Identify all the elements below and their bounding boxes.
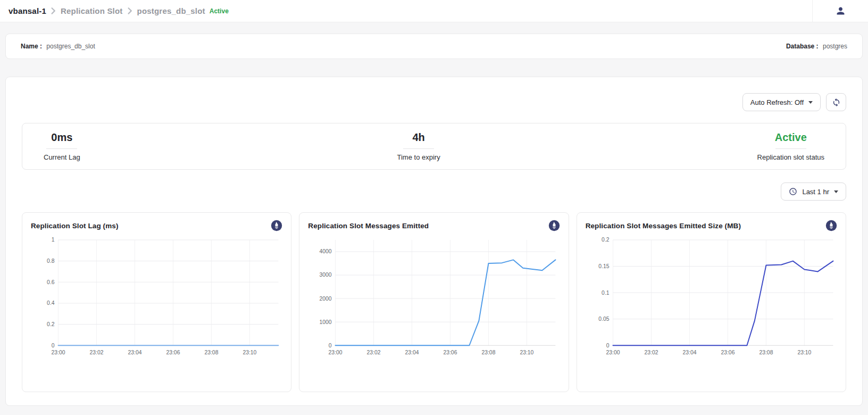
svg-text:23:02: 23:02 [367,350,381,355]
svg-text:0.05: 0.05 [598,316,609,322]
svg-text:0: 0 [606,343,609,348]
svg-text:1000: 1000 [320,319,332,325]
slot-info-card: Name : postgres_db_slot Database : postg… [5,34,863,59]
svg-text:23:08: 23:08 [204,350,218,355]
messages-emitted-size-chart: 23:0023:0223:0423:0623:0823:1000.050.10.… [586,235,837,361]
stat-slot-status: Active Replication slot status [757,131,824,161]
svg-text:23:02: 23:02 [644,350,658,355]
svg-text:0.6: 0.6 [47,279,55,285]
database-label: Database : [786,43,819,50]
refresh-button[interactable] [826,93,846,111]
time-range-label: Last 1 hr [802,188,829,196]
stat-value: 0ms [44,131,80,144]
svg-text:23:06: 23:06 [444,350,457,355]
svg-text:1: 1 [52,237,55,243]
time-range-toolbar: Last 1 hr [22,182,846,201]
slot-database-field: Database : postgres [786,43,847,50]
breadcrumb: vbansal-1 Replication Slot postgres_db_s… [9,6,229,15]
stat-label: Current Lag [44,153,80,161]
svg-text:23:10: 23:10 [243,350,256,355]
stat-current-lag: 0ms Current Lag [44,131,80,161]
person-icon [835,5,846,16]
chart-card-messages-emitted: Replication Slot Messages Emitted 23:002… [299,212,569,392]
chevron-right-icon [51,7,56,14]
refresh-toolbar: Auto Refresh: Off [22,93,846,111]
svg-text:23:10: 23:10 [520,350,534,355]
chevron-right-icon [128,7,132,14]
svg-text:2000: 2000 [320,296,332,302]
stat-label: Time to expiry [397,153,440,161]
chart-title: Replication Slot Messages Emitted Size (… [586,222,741,230]
svg-text:23:04: 23:04 [682,350,696,355]
breadcrumb-universe[interactable]: vbansal-1 [9,6,46,15]
stat-divider [403,148,434,149]
user-menu-button[interactable] [813,5,868,16]
database-value: postgres [823,43,847,50]
caret-down-icon [808,101,813,104]
time-range-dropdown[interactable]: Last 1 hr [781,182,846,201]
svg-text:23:04: 23:04 [405,350,419,355]
svg-text:23:06: 23:06 [721,350,735,355]
svg-text:23:08: 23:08 [759,350,773,355]
name-label: Name : [21,43,42,50]
svg-text:23:00: 23:00 [51,350,65,355]
auto-refresh-dropdown[interactable]: Auto Refresh: Off [742,93,821,111]
stat-divider [46,148,77,149]
svg-text:0.4: 0.4 [47,300,55,306]
name-value: postgres_db_slot [46,43,95,50]
metrics-panel: Auto Refresh: Off 0ms Current Lag 4h Tim… [5,77,863,406]
top-navigation-bar: vbansal-1 Replication Slot postgres_db_s… [0,0,868,22]
svg-text:0: 0 [52,343,55,348]
stat-divider [775,148,806,149]
svg-text:0.15: 0.15 [598,263,609,269]
auto-refresh-label: Auto Refresh: Off [750,98,804,106]
clock-icon [789,187,797,196]
svg-text:0.2: 0.2 [47,321,55,327]
stat-label: Replication slot status [757,153,824,161]
chart-card-slot-lag: Replication Slot Lag (ms) 23:0023:0223:0… [22,212,291,392]
stat-value: 4h [397,131,440,144]
replication-slot-lag-chart: 23:0023:0223:0423:0623:0823:1000.20.40.6… [31,235,282,361]
svg-text:0.2: 0.2 [602,237,610,243]
chart-card-messages-emitted-size: Replication Slot Messages Emitted Size (… [577,212,846,392]
messages-emitted-chart: 23:0023:0223:0423:0623:0823:100100020003… [308,235,560,361]
summary-stats-panel: 0ms Current Lag 4h Time to expiry Active… [22,123,846,170]
prometheus-link-icon[interactable] [271,220,282,231]
stat-time-to-expiry: 4h Time to expiry [397,131,440,161]
svg-text:23:00: 23:00 [606,350,620,355]
stat-value: Active [757,131,824,144]
charts-row: Replication Slot Lag (ms) 23:0023:0223:0… [22,212,846,392]
breadcrumb-slot-name: postgres_db_slot [137,6,205,15]
svg-text:23:06: 23:06 [166,350,180,355]
svg-text:23:00: 23:00 [329,350,343,355]
svg-text:4000: 4000 [320,248,332,254]
svg-text:23:10: 23:10 [797,350,811,355]
svg-text:0.8: 0.8 [47,258,55,264]
svg-text:0.1: 0.1 [602,290,610,296]
caret-down-icon [834,190,838,193]
svg-text:3000: 3000 [320,272,332,278]
prometheus-link-icon[interactable] [825,220,837,231]
refresh-icon [832,98,841,107]
chart-title: Replication Slot Lag (ms) [31,222,119,230]
breadcrumb-section[interactable]: Replication Slot [61,6,123,15]
svg-text:0: 0 [329,343,332,348]
slot-status-badge: Active [210,7,229,15]
svg-text:23:02: 23:02 [89,350,103,355]
chart-title: Replication Slot Messages Emitted [308,222,429,230]
svg-text:23:04: 23:04 [128,350,141,355]
svg-text:23:08: 23:08 [482,350,496,355]
slot-name-field: Name : postgres_db_slot [21,43,95,50]
prometheus-link-icon[interactable] [548,220,560,231]
